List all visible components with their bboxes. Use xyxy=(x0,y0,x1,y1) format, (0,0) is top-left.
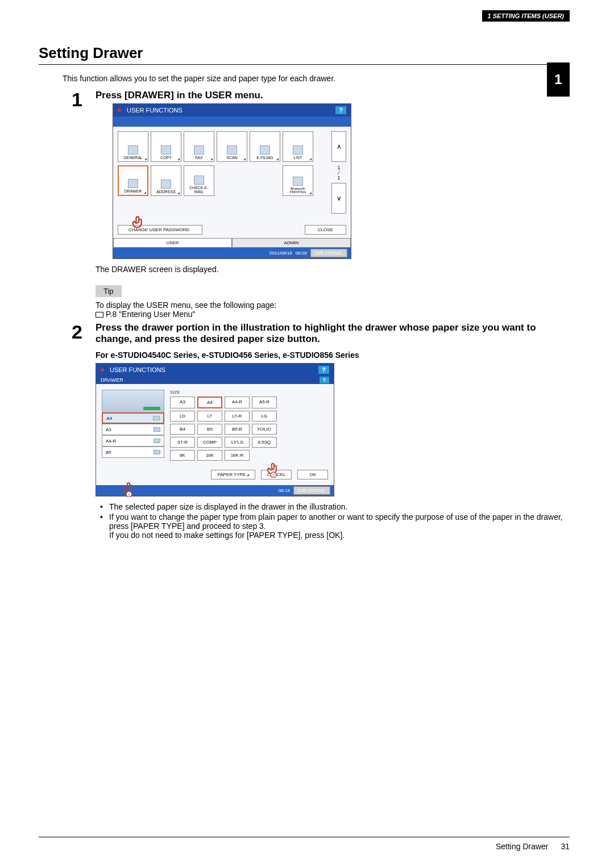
footer-title: Setting Drawer xyxy=(496,842,549,851)
panel1-row1: GENERAL COPY FAX SCAN E-FILING LIST ∧ xyxy=(118,131,346,162)
help-icon[interactable]: ? xyxy=(320,377,330,383)
list-icon xyxy=(293,145,303,155)
size-13lg[interactable]: 13"LG xyxy=(225,437,250,448)
page-reference: P.8 "Entering User Menu" xyxy=(96,310,570,319)
job-status-button[interactable]: JOB STATUS xyxy=(310,249,347,257)
chapter-side-tab: 1 xyxy=(547,62,570,97)
fax-icon xyxy=(194,145,204,155)
size-a4r[interactable]: A4-R xyxy=(225,397,250,408)
tile-fax[interactable]: FAX xyxy=(184,131,214,162)
step-1-number: 1 xyxy=(72,90,89,319)
paper-slot-icon xyxy=(153,416,160,420)
step2-bullets: The selected paper size is displayed in … xyxy=(100,502,570,540)
step-2-number: 2 xyxy=(72,322,89,541)
tile-bluetooth-label: Bluetooth PRINTING xyxy=(284,187,312,194)
size-85sq[interactable]: 8.5SQ xyxy=(252,437,277,448)
footer-page-number: 31 xyxy=(561,842,570,851)
size-a5r[interactable]: A5-R xyxy=(252,397,277,408)
scroll-up-button[interactable]: ∧ xyxy=(331,131,346,162)
panel1-subbar xyxy=(113,116,351,127)
printer-illustration: A4 A3 A4-R B5 xyxy=(102,390,164,461)
tile-copy[interactable]: COPY xyxy=(151,131,181,162)
job-status-button[interactable]: JOB STATUS xyxy=(293,486,330,495)
size-16kr[interactable]: 16K-R xyxy=(225,450,250,461)
tile-bluetooth[interactable]: Bluetooth PRINTING xyxy=(283,165,313,196)
panel1-titlebar: USER FUNCTIONS ? xyxy=(113,104,351,116)
drawer-2[interactable]: A3 xyxy=(102,424,164,435)
tab-user[interactable]: USER xyxy=(113,238,232,248)
book-icon xyxy=(96,312,103,318)
drawer-4[interactable]: B5 xyxy=(102,446,164,458)
paper-type-button[interactable]: PAPER TYPE xyxy=(211,470,255,479)
svg-text:2: 2 xyxy=(272,473,275,478)
tile-scan-label: SCAN xyxy=(226,156,237,160)
tile-efiling[interactable]: E-FILING xyxy=(250,131,280,162)
paper-slot-icon xyxy=(154,450,160,454)
size-a3[interactable]: A3 xyxy=(170,397,195,408)
close-button[interactable]: CLOSE xyxy=(305,225,346,235)
size-str[interactable]: ST-R xyxy=(170,437,195,448)
size-b5r[interactable]: B5-R xyxy=(225,424,250,435)
tile-list[interactable]: LIST xyxy=(283,131,313,162)
tile-drawer[interactable]: DRAWER xyxy=(118,165,148,196)
section-rule xyxy=(39,64,570,65)
size-section-label: SIZE xyxy=(170,390,277,395)
bullet-2: If you want to change the paper type fro… xyxy=(100,512,570,540)
drawer-1-label: A4 xyxy=(106,416,112,421)
for-series-line: For e-STUDIO4540C Series, e-STUDIO456 Se… xyxy=(96,350,570,360)
step1-after: The DRAWER screen is displayed. xyxy=(96,265,570,274)
callout-hand-1: 1 xyxy=(121,481,137,497)
hand-pointer-icon xyxy=(130,215,146,231)
size-lg[interactable]: LG xyxy=(252,411,277,422)
paper-type-label: PAPER TYPE xyxy=(217,472,246,477)
drawer-icon xyxy=(128,179,138,188)
ok-button[interactable]: OK xyxy=(297,470,328,479)
drawer-panel: USER FUNCTIONS ? DRAWER? A4 A3 A4-R B5 S… xyxy=(96,363,334,496)
tile-drawer-label: DRAWER xyxy=(125,189,142,193)
panel1-title: USER FUNCTIONS xyxy=(127,107,182,114)
page-content: Setting Drawer This function allows you … xyxy=(0,0,614,567)
size-lt[interactable]: LT xyxy=(197,411,222,422)
panel2-time: 08:18 xyxy=(279,488,290,493)
drawer-2-label: A3 xyxy=(106,427,111,432)
size-8k[interactable]: 8K xyxy=(170,450,195,461)
help-icon[interactable]: ? xyxy=(318,366,329,374)
size-folio[interactable]: FOLIO xyxy=(252,424,277,435)
paper-slot-icon xyxy=(154,427,160,432)
drawer-1[interactable]: A4 xyxy=(102,412,164,424)
panel1-time: 08:08 xyxy=(296,251,307,256)
efiling-icon xyxy=(260,145,270,155)
size-b4[interactable]: B4 xyxy=(170,424,195,435)
tile-check-email-label: CHECK E-MAIL xyxy=(185,186,213,194)
tile-efiling-label: E-FILING xyxy=(256,156,273,160)
email-icon xyxy=(194,176,204,185)
tile-address[interactable]: ADDRESS xyxy=(151,165,181,196)
tab-admin[interactable]: ADMIN xyxy=(232,238,351,248)
step-2-title: Press the drawer portion in the illustra… xyxy=(96,322,570,345)
tile-scan[interactable]: SCAN xyxy=(217,131,247,162)
printer-top-icon xyxy=(102,390,164,412)
tile-check-email[interactable]: CHECK E-MAIL xyxy=(184,165,214,196)
size-ltr[interactable]: LT-R xyxy=(225,411,250,422)
scroll-down-button[interactable]: ∨ xyxy=(331,183,346,214)
tile-copy-label: COPY xyxy=(160,156,172,160)
step-1-title: Press [DRAWER] in the USER menu. xyxy=(96,90,570,101)
reference-text: P.8 "Entering User Menu" xyxy=(106,310,196,319)
drawer-3[interactable]: A4-R xyxy=(102,435,164,446)
intro-text: This function allows you to set the pape… xyxy=(63,74,570,83)
panel-logo-icon xyxy=(101,368,104,372)
tile-general[interactable]: GENERAL xyxy=(118,131,148,162)
size-16k[interactable]: 16K xyxy=(197,450,222,461)
footer-rule xyxy=(39,837,570,837)
size-a4[interactable]: A4 xyxy=(197,397,222,408)
step-1: 1 Press [DRAWER] in the USER menu. USER … xyxy=(72,90,570,319)
size-comp[interactable]: COMP xyxy=(197,437,222,448)
size-b5[interactable]: B5 xyxy=(197,424,222,435)
panel2-breadcrumb: DRAWER? xyxy=(96,376,334,384)
bluetooth-icon xyxy=(293,177,303,186)
size-ld[interactable]: LD xyxy=(170,411,195,422)
copy-icon xyxy=(161,145,171,155)
job-status-label: JOB STATUS xyxy=(297,488,325,493)
panel2-title: USER FUNCTIONS xyxy=(110,366,165,373)
help-icon[interactable]: ? xyxy=(335,106,346,114)
